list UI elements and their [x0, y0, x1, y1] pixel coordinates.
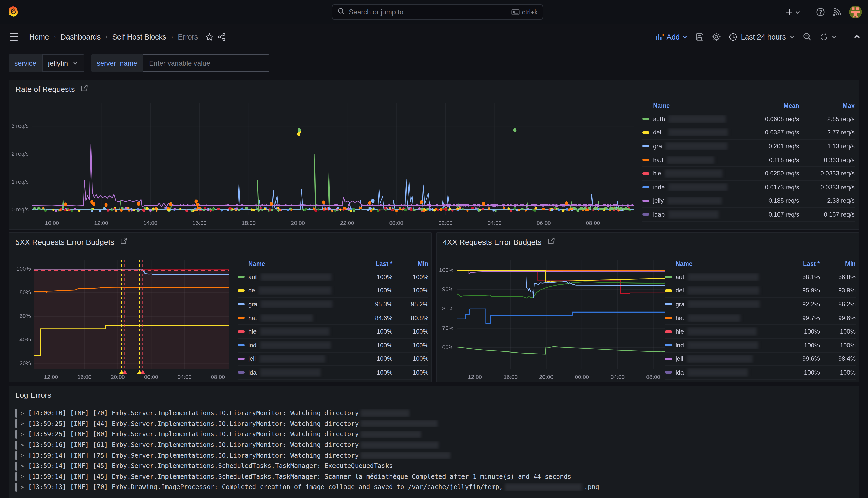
log-row[interactable]: >[13:59:13] [INF] [70] Emby.Drawing.Imag…: [15, 482, 854, 492]
legend-col-name[interactable]: Name: [238, 260, 350, 267]
legend-value-1: 84.6%: [350, 314, 392, 322]
legend-series-name[interactable]: ind: [665, 341, 778, 350]
help-button[interactable]: [816, 8, 825, 16]
panel-title[interactable]: 5XX Requests Error Budgets: [15, 237, 114, 246]
legend-header: NameLast *Min: [238, 258, 428, 271]
variable-server-name-input[interactable]: [143, 54, 270, 72]
rate-of-requests-chart[interactable]: [9, 94, 643, 227]
legend-series-name[interactable]: ha.: [238, 314, 350, 322]
log-message: [13:59:25] [INF] [80] Emby.Server.Implem…: [28, 431, 423, 438]
chevron-down-icon: [795, 10, 800, 15]
external-link-icon[interactable]: [81, 84, 88, 93]
legend-value-1: 100%: [350, 342, 392, 349]
legend-series-name[interactable]: lda: [238, 368, 350, 377]
log-row[interactable]: >[13:59:16] [INF] [61] Emby.Server.Imple…: [15, 440, 854, 450]
legend-series-name[interactable]: ha.t: [642, 156, 732, 164]
breadcrumb-dashboards[interactable]: Dashboards: [61, 32, 101, 41]
news-button[interactable]: [832, 8, 841, 16]
legend-series-name[interactable]: gra: [665, 300, 778, 309]
legend-series-name[interactable]: ldap: [642, 210, 732, 219]
5xx-error-budget-chart[interactable]: [9, 250, 238, 379]
legend-series-name[interactable]: del: [665, 287, 778, 295]
log-expand-chevron-icon[interactable]: >: [21, 431, 28, 438]
breadcrumb-home[interactable]: Home: [29, 32, 49, 41]
redacted-text: [361, 441, 439, 449]
log-expand-chevron-icon[interactable]: >: [21, 410, 28, 417]
legend-col-1[interactable]: Last *: [778, 260, 820, 267]
legend-series-name[interactable]: ha.: [665, 314, 778, 322]
legend-col-1[interactable]: Last *: [350, 260, 392, 267]
time-range-picker[interactable]: Last 24 hours: [729, 32, 794, 41]
add-panel-button[interactable]: Add: [655, 32, 688, 41]
legend-row: ha.84.6%80.8%: [238, 312, 428, 325]
grafana-logo-icon[interactable]: [7, 6, 19, 18]
legend-series-name[interactable]: hle: [238, 327, 350, 336]
log-row[interactable]: >[14:00:10] [INF] [70] Emby.Server.Imple…: [15, 408, 854, 418]
log-expand-chevron-icon[interactable]: >: [21, 420, 28, 427]
new-button[interactable]: [785, 8, 800, 16]
legend-col-name[interactable]: Name: [665, 260, 778, 267]
add-panel-icon: [655, 33, 664, 41]
legend-series-name[interactable]: gra: [238, 300, 350, 309]
panel-title[interactable]: Rate of Requests: [15, 84, 75, 93]
share-button[interactable]: [217, 32, 226, 41]
log-message: [13:59:14] [INF] [45] Emby.Server.Implem…: [28, 473, 571, 480]
panel-title[interactable]: 4XX Requests Error Budgets: [443, 237, 542, 246]
legend-series-name[interactable]: de: [238, 287, 350, 295]
log-row[interactable]: >[13:59:14] [INF] [45] Emby.Server.Imple…: [15, 461, 854, 471]
log-expand-chevron-icon[interactable]: >: [21, 442, 28, 448]
legend-series-name[interactable]: jell: [238, 355, 350, 363]
legend-series-name[interactable]: inde: [642, 183, 732, 192]
dashboard-settings-button[interactable]: [712, 32, 721, 41]
legend-series-name[interactable]: gra: [642, 142, 732, 150]
external-link-icon[interactable]: [120, 237, 127, 246]
legend-row: ha.t0.118 req/s0.333 req/s: [642, 154, 855, 167]
legend-series-name[interactable]: hle: [665, 327, 778, 336]
legend-series-name[interactable]: lda: [665, 368, 778, 377]
legend-series-name[interactable]: jelly: [642, 197, 732, 205]
variable-service-select[interactable]: jellyfin: [42, 54, 84, 72]
panel-title[interactable]: Log Errors: [15, 391, 51, 399]
log-expand-chevron-icon[interactable]: >: [21, 473, 28, 480]
series-color-chip: [642, 213, 650, 216]
redacted-text: [505, 483, 582, 491]
legend-value-2: 100%: [392, 287, 428, 294]
legend-series-name[interactable]: hle: [642, 169, 732, 178]
4xx-error-budget-chart[interactable]: [437, 250, 668, 379]
log-expand-chevron-icon[interactable]: >: [21, 484, 28, 490]
redacted-text: [687, 341, 758, 350]
legend-col-2[interactable]: Max: [799, 102, 855, 109]
collapse-toolbar-button[interactable]: [854, 34, 860, 40]
zoom-out-time-button[interactable]: [803, 32, 812, 41]
save-dashboard-button[interactable]: [696, 32, 704, 41]
log-row[interactable]: >[13:59:14] [INF] [75] Emby.Server.Imple…: [15, 450, 854, 461]
legend-col-1[interactable]: Mean: [732, 102, 799, 109]
legend-value-1: 95.9%: [778, 287, 820, 294]
refresh-button[interactable]: [820, 32, 837, 41]
log-row[interactable]: >[13:59:25] [INF] [80] Emby.Server.Imple…: [15, 429, 854, 440]
log-expand-chevron-icon[interactable]: >: [21, 463, 28, 470]
favorite-star-button[interactable]: [205, 32, 213, 41]
legend-col-name[interactable]: Name: [642, 102, 732, 109]
user-avatar[interactable]: [849, 6, 862, 18]
breadcrumb-self-host-blocks[interactable]: Self Host Blocks: [112, 32, 166, 41]
legend-series-name[interactable]: jell: [665, 355, 778, 363]
log-row[interactable]: >[13:59:14] [INF] [45] Emby.Server.Imple…: [15, 471, 854, 482]
legend-value-2: 100%: [392, 369, 428, 376]
legend-col-2[interactable]: Min: [392, 260, 428, 267]
legend-series-name[interactable]: delu: [642, 129, 732, 137]
save-icon: [696, 32, 704, 41]
log-row[interactable]: >[13:59:25] [INF] [44] Emby.Server.Imple…: [15, 418, 854, 429]
redacted-text: [669, 115, 726, 123]
menu-toggle-button[interactable]: [8, 31, 20, 42]
log-expand-chevron-icon[interactable]: >: [21, 452, 28, 459]
legend-series-name[interactable]: ind: [238, 341, 350, 350]
legend-series-name[interactable]: aut: [665, 273, 778, 281]
series-color-chip: [642, 159, 650, 161]
legend-col-2[interactable]: Min: [820, 260, 856, 267]
legend-series-name[interactable]: auth: [642, 115, 732, 123]
legend-value-1: 0.118 req/s: [732, 156, 799, 163]
legend-series-name[interactable]: aut: [238, 273, 350, 281]
external-link-icon[interactable]: [548, 237, 554, 246]
search-input[interactable]: Search or jump to... ctrl+k: [332, 4, 543, 20]
